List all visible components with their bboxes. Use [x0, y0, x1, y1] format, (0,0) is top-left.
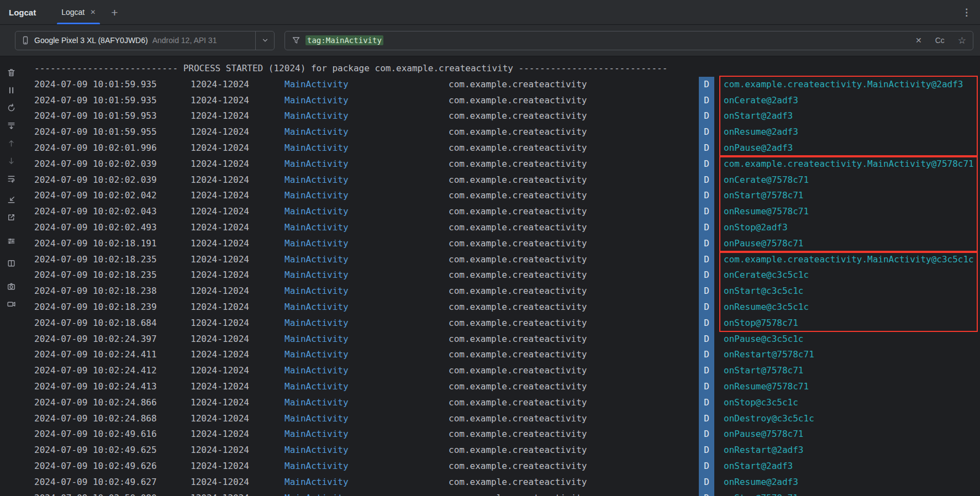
- scroll-to-end-icon[interactable]: [7, 121, 16, 130]
- log-pid-tid: 12024-12024: [191, 458, 284, 474]
- log-timestamp: 2024-07-09 10:02:49.625: [34, 442, 191, 458]
- filter-query-token[interactable]: tag:MainActivity: [305, 35, 383, 45]
- log-timestamp: 2024-07-09 10:02:18.238: [34, 283, 191, 299]
- log-message: onCerate@c3c5c1c: [714, 267, 809, 283]
- log-level-badge: D: [699, 252, 714, 268]
- log-level-badge: D: [699, 204, 714, 220]
- log-level-badge: D: [699, 188, 714, 204]
- log-tag: MainActivity: [284, 363, 449, 379]
- log-timestamp: 2024-07-09 10:02:24.866: [34, 395, 191, 411]
- match-case-icon[interactable]: Cc: [935, 36, 945, 45]
- log-package: com.example.createactivity: [449, 474, 699, 490]
- log-tag: MainActivity: [284, 172, 449, 188]
- log-row[interactable]: 2024-07-09 10:02:24.397 12024-12024 Main…: [22, 331, 980, 347]
- log-row[interactable]: 2024-07-09 10:02:49.625 12024-12024 Main…: [22, 442, 980, 458]
- clear-logcat-icon[interactable]: [7, 68, 16, 77]
- log-row[interactable]: 2024-07-09 10:02:18.191 12024-12024 Main…: [22, 236, 980, 252]
- log-row[interactable]: 2024-07-09 10:02:49.616 12024-12024 Main…: [22, 426, 980, 442]
- log-row[interactable]: 2024-07-09 10:02:49.626 12024-12024 Main…: [22, 458, 980, 474]
- log-level-badge: D: [699, 411, 714, 427]
- log-package: com.example.createactivity: [449, 283, 699, 299]
- log-level-badge: D: [699, 220, 714, 236]
- log-package: com.example.createactivity: [449, 299, 699, 315]
- screen-record-icon[interactable]: [7, 299, 16, 309]
- log-timestamp: 2024-07-09 10:02:49.616: [34, 426, 191, 442]
- pause-logcat-icon[interactable]: [7, 86, 16, 95]
- export-logs-icon[interactable]: [7, 213, 16, 222]
- log-timestamp: 2024-07-09 10:02:24.397: [34, 331, 191, 347]
- log-message: onResume@7578c71: [714, 204, 809, 220]
- tab-close-icon[interactable]: ✕: [90, 8, 96, 16]
- log-tag: MainActivity: [284, 331, 449, 347]
- log-row[interactable]: 2024-07-09 10:01:59.955 12024-12024 Main…: [22, 124, 980, 140]
- tool-window-title: Logcat: [9, 8, 36, 17]
- favorite-filter-icon[interactable]: ☆: [958, 35, 966, 46]
- jump-to-end-icon[interactable]: [7, 195, 16, 204]
- log-message: onStop@7578c71: [714, 490, 798, 496]
- log-output[interactable]: --------------------------- PROCESS STAR…: [22, 57, 980, 496]
- log-row[interactable]: 2024-07-09 10:02:49.627 12024-12024 Main…: [22, 474, 980, 490]
- log-row[interactable]: 2024-07-09 10:02:02.039 12024-12024 Main…: [22, 172, 980, 188]
- more-options-icon[interactable]: ⋮: [962, 7, 971, 18]
- log-row[interactable]: 2024-07-09 10:02:02.043 12024-12024 Main…: [22, 204, 980, 220]
- add-tab-button[interactable]: +: [111, 7, 118, 18]
- log-level-badge: D: [699, 474, 714, 490]
- device-name: Google Pixel 3 XL (8AFY0JWD6): [34, 36, 148, 45]
- log-message: onCerate@7578c71: [714, 172, 809, 188]
- log-tag: MainActivity: [284, 474, 449, 490]
- log-message: onPause@c3c5c1c: [714, 331, 804, 347]
- filter-input[interactable]: tag:MainActivity ✕ Cc ☆: [284, 31, 973, 50]
- log-row[interactable]: 2024-07-09 10:02:24.413 12024-12024 Main…: [22, 379, 980, 395]
- log-row[interactable]: 2024-07-09 10:02:24.412 12024-12024 Main…: [22, 363, 980, 379]
- log-level-badge: D: [699, 283, 714, 299]
- next-occurrence-icon[interactable]: [7, 156, 16, 166]
- log-row[interactable]: 2024-07-09 10:02:18.238 12024-12024 Main…: [22, 283, 980, 299]
- log-row[interactable]: 2024-07-09 10:02:24.866 12024-12024 Main…: [22, 395, 980, 411]
- log-row[interactable]: 2024-07-09 10:02:24.868 12024-12024 Main…: [22, 411, 980, 427]
- soft-wrap-icon[interactable]: [7, 174, 16, 183]
- log-package: com.example.createactivity: [449, 442, 699, 458]
- log-row[interactable]: 2024-07-09 10:02:50.080 12024-12024 Main…: [22, 490, 980, 496]
- previous-occurrence-icon[interactable]: [7, 139, 16, 148]
- tab-logcat[interactable]: Logcat ✕: [55, 0, 102, 24]
- log-timestamp: 2024-07-09 10:01:59.953: [34, 108, 191, 124]
- log-row[interactable]: 2024-07-09 10:02:18.239 12024-12024 Main…: [22, 299, 980, 315]
- log-tag: MainActivity: [284, 267, 449, 283]
- logcat-toolbar: Google Pixel 3 XL (8AFY0JWD6) Android 12…: [0, 25, 980, 56]
- log-message: onStop@c3c5c1c: [714, 395, 798, 411]
- log-row[interactable]: 2024-07-09 10:01:59.935 12024-12024 Main…: [22, 93, 980, 109]
- log-row[interactable]: 2024-07-09 10:02:02.039 12024-12024 Main…: [22, 156, 980, 172]
- log-row[interactable]: 2024-07-09 10:02:24.411 12024-12024 Main…: [22, 347, 980, 363]
- log-row[interactable]: 2024-07-09 10:01:59.953 12024-12024 Main…: [22, 108, 980, 124]
- device-selector[interactable]: Google Pixel 3 XL (8AFY0JWD6) Android 12…: [15, 31, 275, 50]
- log-message: onStart@2adf3: [714, 458, 793, 474]
- log-pid-tid: 12024-12024: [191, 442, 284, 458]
- log-row[interactable]: 2024-07-09 10:02:01.996 12024-12024 Main…: [22, 140, 980, 156]
- split-panel-icon[interactable]: [7, 258, 16, 268]
- log-message: onDestroy@c3c5c1c: [714, 411, 814, 427]
- log-tag: MainActivity: [284, 108, 449, 124]
- log-row[interactable]: 2024-07-09 10:02:18.235 12024-12024 Main…: [22, 267, 980, 283]
- chevron-down-icon[interactable]: [255, 31, 274, 50]
- screenshot-icon[interactable]: [7, 282, 16, 291]
- log-pid-tid: 12024-12024: [191, 108, 284, 124]
- log-row[interactable]: 2024-07-09 10:02:18.684 12024-12024 Main…: [22, 315, 980, 331]
- log-timestamp: 2024-07-09 10:02:18.235: [34, 267, 191, 283]
- log-row[interactable]: 2024-07-09 10:02:18.235 12024-12024 Main…: [22, 252, 980, 268]
- restart-logcat-icon[interactable]: [7, 103, 16, 113]
- log-level-badge: D: [699, 299, 714, 315]
- log-timestamp: 2024-07-09 10:02:02.042: [34, 188, 191, 204]
- log-timestamp: 2024-07-09 10:02:18.191: [34, 236, 191, 252]
- log-level-badge: D: [699, 77, 714, 93]
- log-row[interactable]: 2024-07-09 10:01:59.935 12024-12024 Main…: [22, 77, 980, 93]
- log-row[interactable]: 2024-07-09 10:02:02.493 12024-12024 Main…: [22, 220, 980, 236]
- clear-filter-icon[interactable]: ✕: [915, 36, 922, 45]
- log-tag: MainActivity: [284, 156, 449, 172]
- log-pid-tid: 12024-12024: [191, 474, 284, 490]
- log-package: com.example.createactivity: [449, 395, 699, 411]
- log-level-badge: D: [699, 363, 714, 379]
- log-row[interactable]: 2024-07-09 10:02:02.042 12024-12024 Main…: [22, 188, 980, 204]
- log-level-badge: D: [699, 490, 714, 496]
- log-pid-tid: 12024-12024: [191, 172, 284, 188]
- logcat-options-icon[interactable]: [7, 236, 16, 246]
